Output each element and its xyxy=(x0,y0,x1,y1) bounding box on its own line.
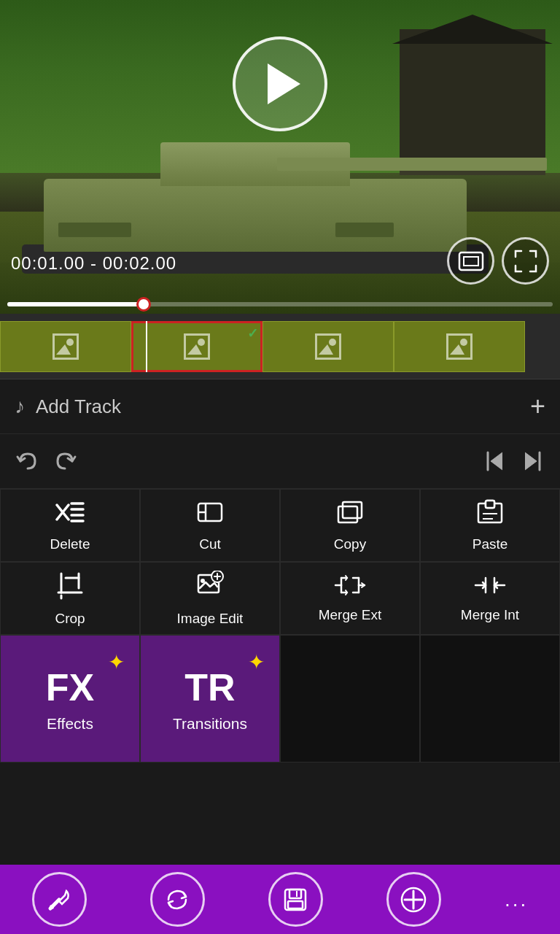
transitions-button[interactable]: ✦ TR Transitions xyxy=(140,635,280,763)
progress-fill xyxy=(7,302,144,306)
clip-thumbnail-1 xyxy=(52,333,79,360)
copy-icon xyxy=(335,499,365,530)
timeline-clip-1[interactable] xyxy=(0,321,131,372)
paste-icon xyxy=(475,499,505,530)
timeline-indicator xyxy=(146,321,147,372)
svg-point-31 xyxy=(201,579,205,583)
redo-button[interactable] xyxy=(52,448,78,474)
crop-icon xyxy=(55,571,85,605)
progress-bar[interactable] xyxy=(7,302,553,306)
svg-rect-14 xyxy=(343,502,362,518)
svg-rect-1 xyxy=(464,257,478,266)
display-mode-button[interactable] xyxy=(447,237,494,285)
sync-button[interactable] xyxy=(150,872,205,927)
transitions-star: ✦ xyxy=(248,650,265,674)
music-icon: ♪ xyxy=(15,395,25,418)
redo-icon xyxy=(52,448,78,474)
context-menu-row2: Crop Image Edit xyxy=(0,562,560,635)
delete-label: Delete xyxy=(50,536,90,552)
toolbar-section xyxy=(0,434,560,489)
add-icon xyxy=(399,885,428,914)
merge-ext-button[interactable]: Merge Ext xyxy=(280,562,420,635)
video-controls xyxy=(447,237,549,285)
empty-slot-4 xyxy=(420,635,560,763)
skip-start-button[interactable] xyxy=(482,448,508,474)
bottom-nav: ... xyxy=(0,865,560,934)
skip-end-icon xyxy=(519,448,545,474)
undo-icon xyxy=(15,448,41,474)
progress-thumb xyxy=(136,297,151,312)
image-edit-label: Image Edit xyxy=(177,611,244,627)
add-track-label: Add Track xyxy=(36,395,530,418)
undo-button[interactable] xyxy=(15,448,41,474)
transitions-icon: TR xyxy=(184,665,235,709)
play-button[interactable] xyxy=(233,36,327,131)
skip-start-icon xyxy=(482,448,508,474)
wrench-icon xyxy=(44,885,74,914)
save-button[interactable] xyxy=(268,872,323,927)
time-separator: - xyxy=(90,253,97,273)
clip-thumbnail-2 xyxy=(184,333,210,360)
skip-end-button[interactable] xyxy=(519,448,545,474)
cut-icon xyxy=(195,499,225,530)
paste-button[interactable]: Paste xyxy=(420,489,560,562)
transitions-label: Transitions xyxy=(173,715,247,733)
video-preview: 00:01.00 - 00:02.00 xyxy=(0,0,560,314)
fullscreen-button[interactable] xyxy=(502,237,549,285)
timeline-clip-2-selected[interactable]: ✓ xyxy=(131,321,262,372)
time-start: 00:01.00 xyxy=(11,253,85,273)
paste-label: Paste xyxy=(472,536,508,552)
add-track-button[interactable]: + xyxy=(530,393,545,420)
merge-int-icon xyxy=(474,574,506,601)
fullscreen-icon xyxy=(513,248,539,274)
image-edit-icon xyxy=(195,571,225,605)
clip-thumbnail-3 xyxy=(315,333,341,360)
effects-star: ✦ xyxy=(108,650,125,674)
effects-icon: FX xyxy=(46,665,94,709)
context-menu-row1: Delete Cut Copy xyxy=(0,489,560,562)
merge-ext-label: Merge Ext xyxy=(319,607,382,623)
timeline-clip-3[interactable] xyxy=(262,321,394,372)
toolbar-left xyxy=(15,448,78,474)
timeline-clip-4[interactable] xyxy=(394,321,525,372)
add-content-button[interactable] xyxy=(386,872,441,927)
time-display: 00:01.00 - 00:02.00 xyxy=(11,253,176,274)
crop-label: Crop xyxy=(55,611,85,627)
crop-button[interactable]: Crop xyxy=(0,562,140,635)
cut-button[interactable]: Cut xyxy=(140,489,280,562)
svg-rect-13 xyxy=(338,506,357,522)
display-icon xyxy=(458,251,484,271)
svg-point-47 xyxy=(50,905,54,909)
clip-thumbnail-4 xyxy=(446,333,472,360)
image-edit-button[interactable]: Image Edit xyxy=(140,562,280,635)
svg-rect-0 xyxy=(459,252,483,270)
merge-int-button[interactable]: Merge Int xyxy=(420,562,560,635)
merge-int-label: Merge Int xyxy=(461,607,519,623)
empty-slot-3 xyxy=(280,635,420,763)
toolbar-right xyxy=(482,448,545,474)
timeline: ✓ xyxy=(0,314,560,379)
delete-button[interactable]: Delete xyxy=(0,489,140,562)
svg-rect-49 xyxy=(289,889,301,898)
effects-button[interactable]: ✦ FX Effects xyxy=(0,635,140,763)
play-icon xyxy=(268,63,300,104)
time-end: 00:02.00 xyxy=(103,253,176,273)
merge-ext-icon xyxy=(334,574,366,601)
delete-icon xyxy=(55,499,85,530)
refresh-icon xyxy=(163,885,192,914)
copy-button[interactable]: Copy xyxy=(280,489,420,562)
settings-button[interactable] xyxy=(32,872,87,927)
save-icon xyxy=(281,885,310,914)
effects-label: Effects xyxy=(47,715,93,733)
svg-rect-50 xyxy=(288,901,303,908)
timeline-track: ✓ xyxy=(0,321,560,372)
copy-label: Copy xyxy=(334,536,366,552)
add-track-section: ♪ Add Track + xyxy=(0,379,560,434)
special-menu: ✦ FX Effects ✦ TR Transitions xyxy=(0,635,560,763)
svg-rect-17 xyxy=(486,501,494,508)
cut-label: Cut xyxy=(199,536,221,552)
selected-checkmark: ✓ xyxy=(247,325,258,341)
more-button[interactable]: ... xyxy=(505,888,528,911)
